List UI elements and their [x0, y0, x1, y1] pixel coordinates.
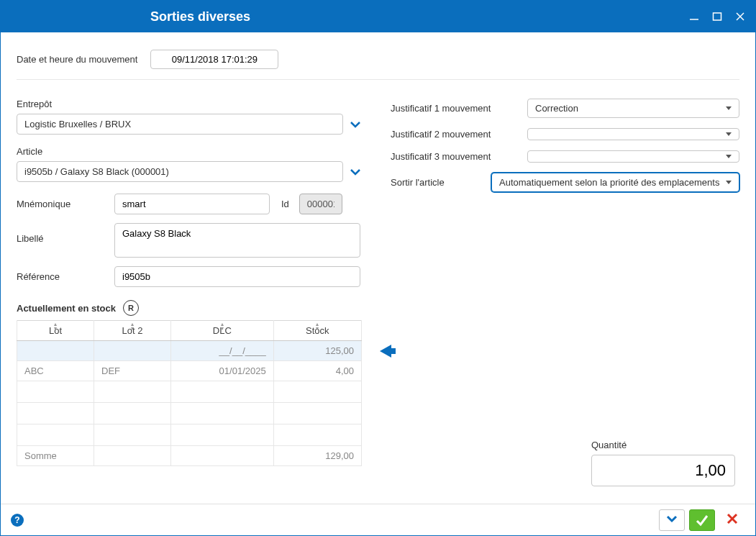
id-input [299, 194, 342, 214]
article-select[interactable]: i9505b / Galaxy S8 Black (000001) [17, 161, 343, 182]
col-stock[interactable]: ▴▾Stock [273, 321, 361, 341]
footer-actions [659, 509, 745, 531]
sort-icon: ▴▾ [316, 322, 319, 331]
stock-table: ▴▾Lot ▴▾Lot 2 ▴▾DLC ▴▾Stock __/__/____ [17, 320, 362, 466]
minimize-icon[interactable] [688, 10, 701, 23]
table-row[interactable]: ABC DEF 01/01/2025 4,00 [17, 361, 362, 381]
sort-icon: ▴▾ [221, 322, 224, 331]
window: Sorties diverses Date et heure du mouvem… [0, 0, 756, 536]
chevron-down-icon[interactable] [349, 165, 362, 178]
stock-header: Actuellement en stock R [17, 300, 362, 316]
id-label: Id [281, 199, 289, 209]
datetime-label: Date et heure du mouvement [17, 54, 137, 65]
sortir-row: Sortir l'article Automatiquement selon l… [391, 173, 739, 192]
j1-select[interactable]: Correction [527, 99, 739, 118]
quantity-input[interactable] [591, 455, 735, 486]
caret-icon [726, 155, 732, 158]
table-row [17, 424, 362, 446]
caret-icon [726, 132, 732, 136]
col-lot2[interactable]: ▴▾Lot 2 [94, 321, 171, 341]
two-column-layout: Entrepôt Logistic Bruxelles / BRUX Artic… [17, 99, 739, 466]
j2-select[interactable] [527, 128, 739, 140]
datetime-input[interactable] [150, 50, 278, 69]
col-dlc[interactable]: ▴▾DLC [171, 321, 274, 341]
caret-icon [726, 181, 732, 184]
caret-icon [726, 106, 732, 110]
sortir-label: Sortir l'article [391, 177, 491, 188]
reference-input[interactable] [114, 266, 360, 287]
libelle-label: Libellé [17, 223, 114, 244]
warehouse-field: Entrepôt Logistic Bruxelles / BRUX [17, 99, 362, 135]
left-column: Entrepôt Logistic Bruxelles / BRUX Artic… [17, 99, 362, 466]
window-controls [688, 10, 747, 23]
j3-select[interactable] [527, 150, 739, 163]
table-row [17, 381, 362, 403]
reference-label: Référence [17, 271, 114, 282]
right-column: Justificatif 1 mouvement Correction Just… [391, 99, 739, 466]
table-sum-row: Somme 129,00 [17, 446, 362, 466]
libelle-input[interactable]: Galaxy S8 Black [114, 223, 360, 258]
close-icon[interactable] [734, 10, 747, 23]
chevron-down-icon[interactable] [349, 118, 362, 131]
j1-row: Justificatif 1 mouvement Correction [391, 99, 739, 118]
warehouse-label: Entrepôt [17, 99, 362, 109]
warehouse-select[interactable]: Logistic Bruxelles / BRUX [17, 114, 343, 135]
maximize-icon[interactable] [711, 10, 724, 23]
titlebar: Sorties diverses [1, 1, 755, 32]
cancel-button[interactable] [719, 509, 745, 531]
window-title: Sorties diverses [9, 9, 688, 24]
sort-icon: ▴▾ [131, 322, 134, 331]
sortir-select[interactable]: Automatiquement selon la priorité des em… [491, 173, 739, 192]
quantity-label: Quantité [591, 440, 735, 450]
content-area: Date et heure du mouvement Entrepôt Logi… [1, 32, 755, 476]
datetime-row: Date et heure du mouvement [17, 42, 739, 80]
j2-row: Justificatif 2 mouvement [391, 128, 739, 140]
refresh-badge[interactable]: R [123, 300, 139, 316]
reference-row: Référence [17, 266, 362, 287]
col-lot[interactable]: ▴▾Lot [17, 321, 94, 341]
sort-icon: ▴▾ [54, 322, 57, 331]
article-field: Article i9505b / Galaxy S8 Black (000001… [17, 146, 362, 182]
quantity-block: Quantité [591, 440, 735, 486]
j3-row: Justificatif 3 mouvement [391, 150, 739, 163]
mnemonic-row: Mnémonique Id [17, 194, 362, 214]
j2-label: Justificatif 2 mouvement [391, 129, 527, 140]
mnemonic-input[interactable] [114, 194, 270, 214]
stock-title: Actuellement en stock [17, 303, 116, 314]
mnemonic-label: Mnémonique [17, 199, 114, 209]
footer-bar: ? [1, 504, 755, 535]
libelle-row: Libellé Galaxy S8 Black [17, 223, 362, 258]
article-label: Article [17, 146, 362, 157]
table-row[interactable]: __/__/____ 125,00 [17, 341, 362, 361]
confirm-button[interactable] [689, 509, 715, 531]
j3-label: Justificatif 3 mouvement [391, 151, 527, 162]
table-row [17, 403, 362, 424]
expand-button[interactable] [659, 509, 685, 531]
stock-table-wrap: ▴▾Lot ▴▾Lot 2 ▴▾DLC ▴▾Stock __/__/____ [17, 320, 362, 466]
help-icon[interactable]: ? [11, 514, 24, 527]
svg-rect-1 [714, 13, 721, 20]
row-pointer-icon [380, 345, 391, 358]
j1-label: Justificatif 1 mouvement [391, 103, 527, 114]
